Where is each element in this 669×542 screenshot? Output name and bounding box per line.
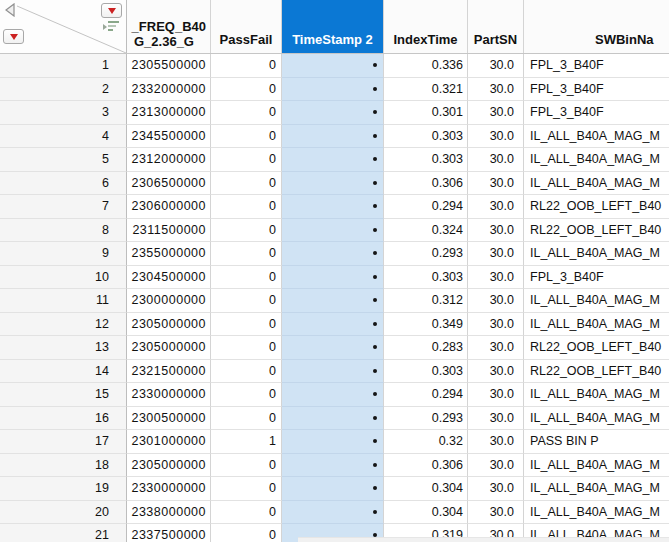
swbin-cell[interactable]: RL22_OOB_LEFT_B40 bbox=[524, 195, 669, 219]
timestamp-cell-selected[interactable] bbox=[282, 430, 384, 454]
indextime-cell[interactable]: 0.304 bbox=[384, 477, 468, 501]
partsn-cell[interactable]: 30.0 bbox=[468, 477, 524, 501]
timestamp-cell-selected[interactable] bbox=[282, 336, 384, 360]
columns-menu-button[interactable] bbox=[101, 3, 122, 18]
indextime-cell[interactable]: 0.349 bbox=[384, 313, 468, 337]
swbin-cell[interactable]: FPL_3_B40F bbox=[524, 54, 669, 78]
partsn-cell[interactable]: 30.0 bbox=[468, 501, 524, 525]
partsn-cell[interactable]: 30.0 bbox=[468, 407, 524, 431]
column-header-timestamp-selected[interactable]: TimeStamp 2 bbox=[282, 0, 384, 53]
row-number-cell[interactable]: 12 bbox=[0, 313, 127, 337]
indextime-cell[interactable]: 0.303 bbox=[384, 266, 468, 290]
freq-cell[interactable]: 2300000000 bbox=[127, 289, 211, 313]
timestamp-cell-selected[interactable] bbox=[282, 195, 384, 219]
timestamp-cell-selected[interactable] bbox=[282, 78, 384, 102]
indextime-cell[interactable]: 0.294 bbox=[384, 383, 468, 407]
indextime-cell[interactable]: 0.301 bbox=[384, 101, 468, 125]
swbin-cell[interactable]: IL_ALL_B40A_MAG_M bbox=[524, 125, 669, 149]
partsn-cell[interactable]: 30.0 bbox=[468, 266, 524, 290]
row-number-cell[interactable]: 7 bbox=[0, 195, 127, 219]
rows-menu-button[interactable] bbox=[3, 29, 24, 44]
passfail-cell[interactable]: 0 bbox=[211, 125, 282, 149]
swbin-cell[interactable]: FPL_3_B40F bbox=[524, 101, 669, 125]
swbin-cell[interactable]: RL22_OOB_LEFT_B40 bbox=[524, 219, 669, 243]
passfail-cell[interactable]: 0 bbox=[211, 360, 282, 384]
freq-cell[interactable]: 2311500000 bbox=[127, 219, 211, 243]
freq-cell[interactable]: 2300500000 bbox=[127, 407, 211, 431]
timestamp-cell-selected[interactable] bbox=[282, 148, 384, 172]
swbin-cell[interactable]: RL22_OOB_LEFT_B40 bbox=[524, 360, 669, 384]
partsn-cell[interactable]: 30.0 bbox=[468, 219, 524, 243]
swbin-cell[interactable]: PASS BIN P bbox=[524, 430, 669, 454]
row-number-cell[interactable]: 10 bbox=[0, 266, 127, 290]
indextime-cell[interactable]: 0.324 bbox=[384, 219, 468, 243]
timestamp-cell-selected[interactable] bbox=[282, 477, 384, 501]
partsn-cell[interactable]: 30.0 bbox=[468, 78, 524, 102]
passfail-cell[interactable]: 0 bbox=[211, 195, 282, 219]
passfail-cell[interactable]: 0 bbox=[211, 407, 282, 431]
passfail-cell[interactable]: 0 bbox=[211, 101, 282, 125]
passfail-cell[interactable]: 0 bbox=[211, 266, 282, 290]
passfail-cell[interactable]: 0 bbox=[211, 219, 282, 243]
timestamp-cell-selected[interactable] bbox=[282, 172, 384, 196]
row-number-cell[interactable]: 11 bbox=[0, 289, 127, 313]
passfail-cell[interactable]: 0 bbox=[211, 454, 282, 478]
indextime-cell[interactable]: 0.293 bbox=[384, 242, 468, 266]
row-number-cell[interactable]: 20 bbox=[0, 501, 127, 525]
timestamp-cell-selected[interactable] bbox=[282, 454, 384, 478]
timestamp-cell-selected[interactable] bbox=[282, 407, 384, 431]
partsn-cell[interactable]: 30.0 bbox=[468, 289, 524, 313]
indextime-cell[interactable]: 0.304 bbox=[384, 501, 468, 525]
partsn-cell[interactable]: 30.0 bbox=[468, 383, 524, 407]
row-number-cell[interactable]: 16 bbox=[0, 407, 127, 431]
freq-cell[interactable]: 2306500000 bbox=[127, 172, 211, 196]
freq-cell[interactable]: 2345500000 bbox=[127, 125, 211, 149]
passfail-cell[interactable]: 0 bbox=[211, 78, 282, 102]
freq-cell[interactable]: 2305500000 bbox=[127, 54, 211, 78]
column-header-freq[interactable]: _FREQ_B40 G_2.36_G bbox=[127, 0, 211, 53]
passfail-cell[interactable]: 0 bbox=[211, 313, 282, 337]
partsn-cell[interactable]: 30.0 bbox=[468, 430, 524, 454]
row-number-cell[interactable]: 8 bbox=[0, 219, 127, 243]
swbin-cell[interactable]: IL_ALL_B40A_MAG_M bbox=[524, 172, 669, 196]
passfail-cell[interactable]: 0 bbox=[211, 524, 282, 542]
column-header-passfail[interactable]: PassFail bbox=[211, 0, 282, 53]
swbin-cell[interactable]: IL_ALL_B40A_MAG_M bbox=[524, 148, 669, 172]
row-number-cell[interactable]: 13 bbox=[0, 336, 127, 360]
passfail-cell[interactable]: 1 bbox=[211, 430, 282, 454]
indextime-cell[interactable]: 0.303 bbox=[384, 125, 468, 149]
row-number-cell[interactable]: 6 bbox=[0, 172, 127, 196]
collapse-left-icon[interactable] bbox=[5, 3, 15, 17]
row-number-cell[interactable]: 18 bbox=[0, 454, 127, 478]
partsn-cell[interactable]: 30.0 bbox=[468, 148, 524, 172]
partsn-cell[interactable]: 30.0 bbox=[468, 172, 524, 196]
freq-cell[interactable]: 2338000000 bbox=[127, 501, 211, 525]
row-number-cell[interactable]: 15 bbox=[0, 383, 127, 407]
partsn-cell[interactable]: 30.0 bbox=[468, 101, 524, 125]
column-header-partsn[interactable]: PartSN bbox=[468, 0, 524, 53]
freq-cell[interactable]: 2355000000 bbox=[127, 242, 211, 266]
freq-cell[interactable]: 2306000000 bbox=[127, 195, 211, 219]
freq-cell[interactable]: 2330000000 bbox=[127, 477, 211, 501]
passfail-cell[interactable]: 0 bbox=[211, 477, 282, 501]
partsn-cell[interactable]: 30.0 bbox=[468, 242, 524, 266]
row-number-cell[interactable]: 1 bbox=[0, 54, 127, 78]
row-number-cell[interactable]: 14 bbox=[0, 360, 127, 384]
indextime-cell[interactable]: 0.306 bbox=[384, 454, 468, 478]
passfail-cell[interactable]: 0 bbox=[211, 242, 282, 266]
row-number-cell[interactable]: 4 bbox=[0, 125, 127, 149]
indextime-cell[interactable]: 0.294 bbox=[384, 195, 468, 219]
row-number-cell[interactable]: 5 bbox=[0, 148, 127, 172]
partsn-cell[interactable]: 30.0 bbox=[468, 125, 524, 149]
freq-cell[interactable]: 2313000000 bbox=[127, 101, 211, 125]
column-header-swbin[interactable]: SWBinNa bbox=[524, 0, 669, 53]
timestamp-cell-selected[interactable] bbox=[282, 313, 384, 337]
partsn-cell[interactable]: 30.0 bbox=[468, 313, 524, 337]
swbin-cell[interactable]: IL_ALL_B40A_MAG_M bbox=[524, 477, 669, 501]
indextime-cell[interactable]: 0.32 bbox=[384, 430, 468, 454]
timestamp-cell-selected[interactable] bbox=[282, 289, 384, 313]
indextime-cell[interactable]: 0.321 bbox=[384, 78, 468, 102]
freq-cell[interactable]: 2321500000 bbox=[127, 360, 211, 384]
indextime-cell[interactable]: 0.293 bbox=[384, 407, 468, 431]
passfail-cell[interactable]: 0 bbox=[211, 148, 282, 172]
